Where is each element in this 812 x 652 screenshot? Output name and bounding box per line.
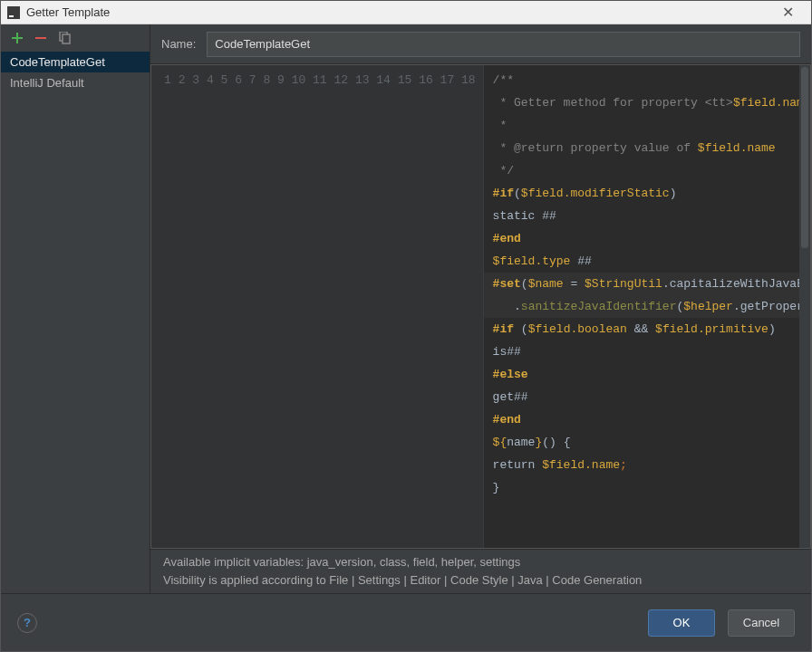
code-token: ) <box>768 322 776 336</box>
close-icon[interactable]: ✕ <box>769 4 806 21</box>
code-token: $field.boolean <box>528 322 627 336</box>
code-token: #end <box>493 232 521 245</box>
code-token: ## <box>570 254 591 268</box>
code-token: /** <box>493 73 514 87</box>
code-token: ; <box>620 458 627 472</box>
titlebar: Getter Template ✕ <box>1 1 811 24</box>
code-token: . <box>493 300 521 313</box>
remove-icon[interactable] <box>34 31 48 45</box>
code-token: * @return property value of <box>493 141 698 155</box>
template-list-item[interactable]: CodeTemplateGet <box>1 52 150 72</box>
editor-scrollbar[interactable] <box>799 65 810 548</box>
code-editor[interactable]: 1 2 3 4 5 6 7 8 9 10 11 12 13 14 15 16 1… <box>150 64 811 549</box>
name-bar: Name: <box>150 24 811 64</box>
code-token: capitalizeWithJavaBeanConvention <box>670 277 810 291</box>
code-token: $field.type <box>493 254 571 268</box>
copy-icon[interactable] <box>57 31 72 45</box>
code-token: #end <box>493 413 521 427</box>
code-token: $field.modifierStatic <box>521 187 670 200</box>
window-title: Getter Template <box>26 5 769 19</box>
code-token: */ <box>493 164 514 177</box>
code-token: #else <box>493 368 528 381</box>
hint-area: Available implicit variables: java_versi… <box>150 549 811 593</box>
code-token: $field.primitive <box>655 322 768 336</box>
code-token: get## <box>493 390 528 404</box>
settings-crumb[interactable]: Code Style <box>450 573 508 587</box>
add-icon[interactable] <box>10 31 24 45</box>
app-icon <box>6 5 21 20</box>
code-token: #set <box>493 277 521 291</box>
main-panel: Name: 1 2 3 4 5 6 7 8 9 10 11 12 13 14 1… <box>150 24 811 593</box>
code-token: . <box>733 300 740 313</box>
code-token: sanitizeJavaIdentifier <box>521 300 677 313</box>
sidebar: CodeTemplateGet IntelliJ Default <box>1 24 150 593</box>
code-token: #if <box>493 322 514 336</box>
scrollbar-thumb[interactable] <box>801 67 808 248</box>
settings-crumb[interactable]: File <box>329 573 348 587</box>
code-token <box>514 322 521 336</box>
template-list: CodeTemplateGet IntelliJ Default <box>1 52 150 593</box>
code-token: static ## <box>493 209 556 223</box>
hint-visibility: Visibility is applied according to File … <box>163 571 798 590</box>
code-token: ) <box>670 187 677 200</box>
name-input[interactable] <box>207 32 800 57</box>
svg-rect-1 <box>9 15 14 17</box>
code-token: is## <box>493 345 521 359</box>
help-icon[interactable]: ? <box>17 613 37 633</box>
svg-rect-3 <box>63 34 70 43</box>
settings-crumb[interactable]: Settings <box>358 573 401 587</box>
code-token: $StringUtil <box>585 277 662 291</box>
settings-crumb[interactable]: Code Generation <box>552 573 642 587</box>
ok-button[interactable]: OK <box>648 609 715 637</box>
dialog-footer: ? OK Cancel <box>1 593 811 651</box>
settings-crumb[interactable]: Java <box>517 573 542 587</box>
code-token: return <box>493 458 543 472</box>
code-token: <tt> <box>705 96 733 110</box>
code-token: #if <box>493 187 514 200</box>
hint-vars: Available implicit variables: java_versi… <box>163 553 798 571</box>
cancel-button[interactable]: Cancel <box>728 609 795 637</box>
template-list-item[interactable]: IntelliJ Default <box>1 72 150 93</box>
editor-gutter: 1 2 3 4 5 6 7 8 9 10 11 12 13 14 15 16 1… <box>151 65 484 548</box>
code-token: $field.name <box>542 458 620 472</box>
code-token: . <box>662 277 670 291</box>
code-token: = <box>564 277 585 291</box>
code-token: * Getter method for property <box>493 96 705 110</box>
code-token: ( <box>521 277 528 291</box>
settings-crumb[interactable]: Editor <box>410 573 440 587</box>
code-token: $helper <box>683 300 733 313</box>
code-token: name <box>507 436 535 449</box>
name-label: Name: <box>161 37 196 51</box>
code-token: ${ <box>493 436 508 449</box>
code-token: && <box>627 322 655 336</box>
code-token: * <box>493 119 508 132</box>
code-token: ( <box>521 322 528 336</box>
code-token: $field.name <box>698 141 776 155</box>
code-token: } <box>493 481 500 494</box>
editor-content[interactable]: /** * Getter method for property <tt>$fi… <box>484 65 810 548</box>
code-token: ( <box>514 187 521 200</box>
code-token: () { <box>542 436 570 449</box>
sidebar-toolbar <box>1 24 150 52</box>
code-token: $name <box>528 277 564 291</box>
